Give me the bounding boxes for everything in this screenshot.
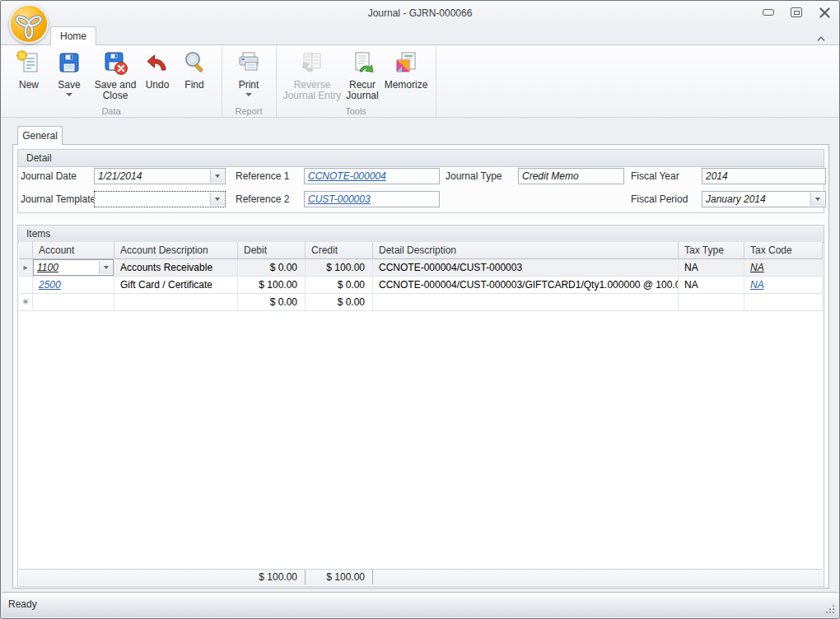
- reverse-journal-entry-button-label: Reverse Journal Entry: [279, 80, 345, 101]
- memorize-button-label: Memorize: [382, 80, 430, 91]
- reference2-link[interactable]: CUST-000003: [308, 193, 371, 205]
- credit-cell[interactable]: $ 100.00: [306, 259, 373, 277]
- resize-grip[interactable]: [824, 603, 834, 613]
- tax-code-cell[interactable]: NA: [744, 277, 823, 294]
- credit-cell[interactable]: $ 0.00: [306, 294, 373, 311]
- account-cell[interactable]: 2500: [33, 277, 114, 294]
- chevron-up-icon: [816, 35, 826, 42]
- ribbon-tab-row: [1, 26, 839, 44]
- grid-header-credit[interactable]: Credit: [306, 242, 373, 259]
- account-dropdown-icon[interactable]: [99, 261, 112, 274]
- fiscal-year-label: Fiscal Year: [631, 168, 679, 184]
- ribbon-collapse-button[interactable]: [816, 30, 826, 45]
- debit-cell[interactable]: $ 100.00: [238, 277, 306, 294]
- application-menu-button[interactable]: [9, 4, 49, 44]
- memorize-button[interactable]: Memorize: [382, 48, 430, 112]
- credit-total: $ 100.00: [306, 570, 373, 584]
- undo-button[interactable]: Undo: [141, 48, 174, 112]
- credit-cell[interactable]: $ 0.00: [306, 277, 373, 294]
- close-icon: [819, 7, 830, 18]
- account-description-cell[interactable]: [114, 294, 238, 311]
- new-button-label: New: [9, 80, 49, 91]
- new-button[interactable]: New: [9, 48, 49, 112]
- tax-code-link[interactable]: NA: [750, 279, 764, 291]
- print-dropdown-arrow-icon[interactable]: [245, 93, 252, 96]
- find-icon: [181, 49, 208, 76]
- detail-description-cell[interactable]: [373, 294, 679, 311]
- journal-template-dropdown-icon[interactable]: [210, 193, 224, 206]
- account-combo-editor[interactable]: 1100: [33, 259, 114, 276]
- fiscal-period-field[interactable]: January 2014: [702, 191, 826, 207]
- grid-header-tax-code[interactable]: Tax Code: [744, 242, 823, 259]
- window-title: Journal - GJRN-000066: [1, 1, 839, 26]
- account-link[interactable]: 1100: [37, 262, 58, 273]
- grid-summary-footer: $ 100.00 $ 100.00: [19, 569, 823, 585]
- save-dropdown-arrow-icon[interactable]: [66, 93, 72, 96]
- tab-general[interactable]: General: [17, 126, 63, 145]
- recur-journal-icon: [349, 49, 376, 76]
- print-button-label: Print: [229, 80, 268, 91]
- new-row-indicator-icon[interactable]: ✳: [19, 294, 33, 311]
- fiscal-period-dropdown-icon[interactable]: [810, 193, 824, 206]
- journal-date-dropdown-icon[interactable]: [210, 170, 224, 183]
- maximize-icon: [791, 7, 802, 17]
- tax-code-cell[interactable]: [744, 294, 823, 311]
- print-icon: [236, 49, 262, 76]
- reference2-field: CUST-000003: [304, 191, 440, 207]
- fiscal-year-field[interactable]: 2014: [702, 168, 826, 184]
- journal-date-value: 1/21/2014: [98, 170, 142, 182]
- grid-header-account-description[interactable]: Account Description: [114, 242, 238, 259]
- minimize-button[interactable]: [762, 6, 775, 19]
- reverse-journal-entry-icon: [299, 49, 325, 76]
- account-description-cell[interactable]: Accounts Receivable: [114, 259, 238, 277]
- tax-type-cell[interactable]: NA: [679, 259, 744, 277]
- row-current-indicator-icon[interactable]: ▸: [19, 259, 33, 277]
- items-grid: Account Account Description Debit Credit…: [19, 242, 823, 570]
- tax-code-cell[interactable]: NA: [744, 259, 823, 277]
- reference1-field: CCNOTE-000004: [304, 168, 440, 184]
- journal-template-field[interactable]: [94, 191, 226, 207]
- journal-type-label: Journal Type: [446, 168, 502, 184]
- journal-date-label: Journal Date: [21, 168, 77, 184]
- save-icon: [56, 49, 82, 76]
- account-link[interactable]: 2500: [39, 279, 61, 291]
- title-bar[interactable]: Journal - GJRN-000066: [1, 1, 839, 26]
- recur-journal-button-label: Recur Journal: [342, 80, 383, 101]
- app-logo-icon: [14, 9, 44, 39]
- print-button[interactable]: Print: [229, 48, 268, 112]
- debit-total: $ 100.00: [238, 570, 306, 584]
- grid-header-account[interactable]: Account: [33, 242, 114, 259]
- detail-description-cell[interactable]: CCNOTE-000004/CUST-000003: [373, 259, 679, 277]
- row-selector[interactable]: [19, 277, 33, 294]
- save-button[interactable]: Save: [50, 48, 88, 112]
- tax-type-cell[interactable]: [679, 294, 744, 311]
- account-description-cell[interactable]: Gift Card / Certificate: [114, 277, 238, 294]
- account-cell[interactable]: [33, 294, 114, 311]
- grid-header-tax-type[interactable]: Tax Type: [679, 242, 744, 259]
- grid-header-selector: [19, 242, 33, 259]
- debit-cell[interactable]: $ 0.00: [238, 259, 306, 277]
- table-row: 2500 Gift Card / Certificate $ 100.00 $ …: [19, 277, 823, 294]
- detail-description-cell[interactable]: CCNOTE-000004/CUST-000003/GIFTCARD1/Qty1…: [373, 277, 679, 294]
- close-button[interactable]: [818, 6, 831, 19]
- maximize-button[interactable]: [790, 6, 803, 19]
- journal-template-label: Journal Template: [21, 191, 96, 207]
- account-cell[interactable]: 1100: [33, 259, 114, 277]
- tab-home[interactable]: Home: [50, 26, 96, 45]
- journal-type-field[interactable]: Credit Memo: [518, 168, 624, 184]
- table-row: ▸ 1100 Accounts Receivable $ 0.00 $ 100.…: [19, 259, 823, 277]
- find-button[interactable]: Find: [175, 48, 213, 112]
- tax-code-link[interactable]: NA: [750, 262, 764, 273]
- save-and-close-icon: [102, 49, 128, 76]
- debit-cell[interactable]: $ 0.00: [238, 294, 306, 311]
- tax-type-cell[interactable]: NA: [679, 277, 744, 294]
- reverse-journal-entry-button[interactable]: Reverse Journal Entry: [279, 48, 345, 112]
- journal-date-field[interactable]: 1/21/2014: [94, 168, 226, 184]
- save-and-close-button[interactable]: Save and Close: [90, 48, 141, 112]
- reference1-link[interactable]: CCNOTE-000004: [308, 170, 386, 182]
- grid-header-detail-description[interactable]: Detail Description: [373, 242, 679, 259]
- detail-group-header: Detail: [18, 150, 824, 167]
- undo-icon: [144, 49, 170, 76]
- grid-header-debit[interactable]: Debit: [238, 242, 306, 259]
- recur-journal-button[interactable]: Recur Journal: [342, 48, 383, 112]
